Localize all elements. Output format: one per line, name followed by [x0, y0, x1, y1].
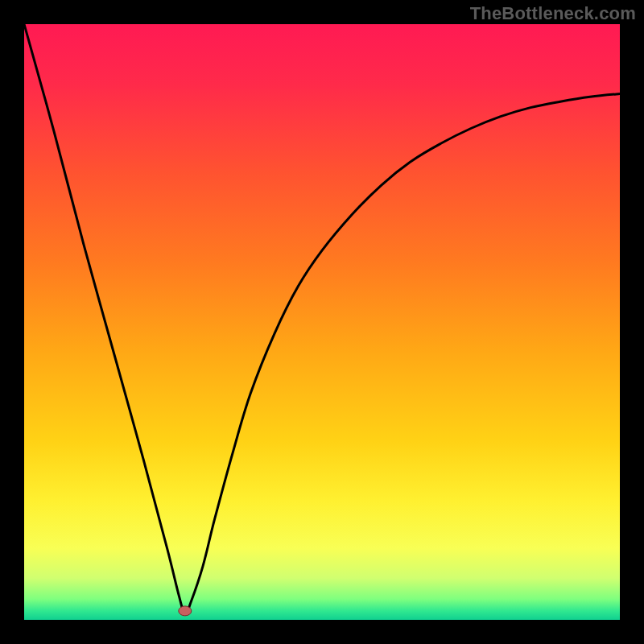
- optimal-point-marker: [179, 606, 192, 616]
- watermark-text: TheBottleneck.com: [470, 3, 636, 24]
- chart-frame: TheBottleneck.com: [0, 0, 644, 644]
- plot-svg: [24, 24, 620, 620]
- plot-area: [24, 24, 620, 620]
- gradient-background: [24, 24, 620, 620]
